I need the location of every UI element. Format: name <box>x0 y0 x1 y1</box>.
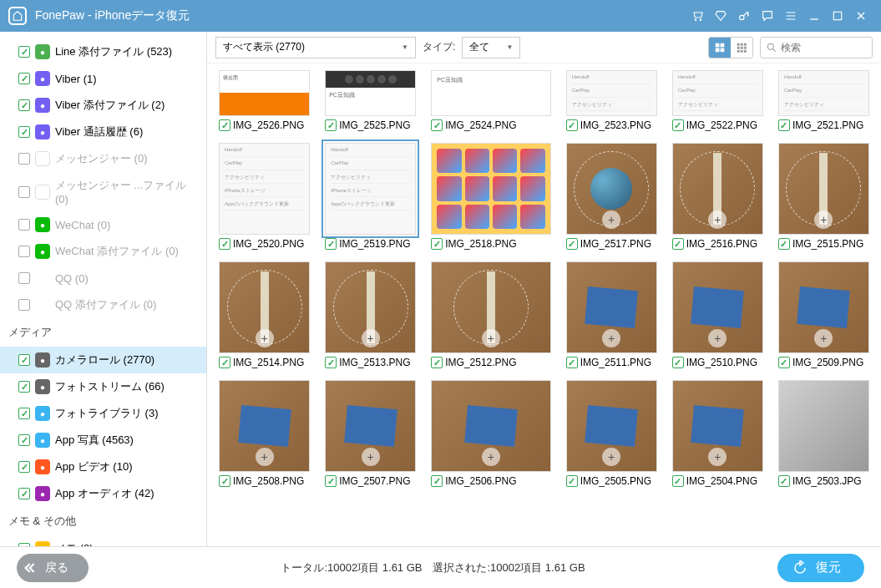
thumbnail-item[interactable]: +IMG_2515.PNG <box>778 143 869 250</box>
thumbnail-item[interactable]: +IMG_2504.PNG <box>672 380 763 487</box>
checkbox[interactable] <box>18 354 30 366</box>
filter-dropdown[interactable]: すべて表示 (2770) <box>215 37 416 58</box>
checkbox[interactable] <box>18 126 30 138</box>
checkbox[interactable] <box>672 475 684 487</box>
thumbnail-item[interactable]: HandoffCarPlayアクセシビリティiPhoneストレージAppのバック… <box>672 70 763 131</box>
thumbnail-image[interactable]: + <box>566 380 657 472</box>
thumbnail-item[interactable]: +IMG_2513.PNG <box>325 261 416 368</box>
thumbnail-item[interactable]: PC豆知識IMG_2525.PNG <box>325 70 416 131</box>
checkbox[interactable] <box>672 119 684 131</box>
thumbnail-item[interactable]: HandoffCarPlayアクセシビリティiPhoneストレージAppのバック… <box>778 70 869 131</box>
sidebar-item[interactable]: ●Viber (1) <box>0 65 206 92</box>
maximize-button[interactable] <box>826 4 849 28</box>
search-input[interactable] <box>781 42 867 53</box>
thumbnail-image[interactable]: + <box>431 380 550 472</box>
sidebar-item[interactable]: ●フォトライブラリ (3) <box>0 400 206 427</box>
checkbox[interactable] <box>18 434 30 446</box>
thumbnail-image[interactable]: + <box>672 380 763 472</box>
checkbox[interactable] <box>18 461 30 473</box>
checkbox[interactable] <box>431 238 443 250</box>
checkbox[interactable] <box>325 119 337 131</box>
diamond-icon[interactable] <box>709 4 732 28</box>
checkbox[interactable] <box>325 357 337 368</box>
thumbnail-item[interactable]: HandoffCarPlayアクセシビリティiPhoneストレージAppのバック… <box>325 143 416 250</box>
grid-large-button[interactable] <box>709 38 731 58</box>
thumbnail-item[interactable]: +IMG_2507.PNG <box>325 380 416 487</box>
sidebar-item[interactable]: ●App ビデオ (10) <box>0 454 206 480</box>
thumbnail-image[interactable]: HandoffCarPlayアクセシビリティiPhoneストレージAppのバック… <box>219 143 310 235</box>
checkbox[interactable] <box>431 357 443 368</box>
grid-small-button[interactable] <box>731 38 752 58</box>
checkbox[interactable] <box>18 73 30 84</box>
thumbnail-image[interactable]: + <box>431 261 550 353</box>
thumbnail-image[interactable]: HandoffCarPlayアクセシビリティiPhoneストレージAppのバック… <box>566 70 657 116</box>
checkbox[interactable] <box>18 99 30 111</box>
checkbox[interactable] <box>325 238 337 250</box>
thumbnail-item[interactable]: PC豆知識IMG_2524.PNG <box>431 70 550 131</box>
sidebar-item[interactable]: ●Viber 添付ファイル (2) <box>0 92 206 119</box>
checkbox[interactable] <box>566 238 578 250</box>
sidebar-item[interactable]: ●Viber 通話履歴 (6) <box>0 119 206 145</box>
checkbox[interactable] <box>672 238 684 250</box>
menu-icon[interactable] <box>779 4 803 28</box>
thumbnail-item[interactable]: +IMG_2509.PNG <box>778 261 869 368</box>
chat-icon[interactable] <box>756 4 779 28</box>
sidebar-item[interactable]: ●カメラロール (2770) <box>0 347 206 373</box>
thumbnail-item[interactable]: +IMG_2510.PNG <box>672 261 763 368</box>
sidebar-item[interactable]: ●Line 添付ファイル (523) <box>0 38 206 65</box>
thumbnail-item[interactable]: +IMG_2511.PNG <box>566 261 657 368</box>
thumbnail-item[interactable]: +IMG_2516.PNG <box>672 143 763 250</box>
checkbox[interactable] <box>18 381 30 393</box>
sidebar-item[interactable]: ●メモ (0) <box>0 535 206 546</box>
back-button[interactable]: 戻る <box>17 554 89 582</box>
sidebar[interactable]: ●Line 添付ファイル (523)●Viber (1)●Viber 添付ファイ… <box>0 32 207 546</box>
thumbnail-image[interactable]: + <box>672 143 763 235</box>
checkbox[interactable] <box>219 357 230 368</box>
sidebar-item[interactable]: ●App オーディオ (42) <box>0 480 206 507</box>
checkbox[interactable] <box>778 119 790 131</box>
thumbnail-image[interactable]: + <box>566 143 657 235</box>
checkbox[interactable] <box>219 238 230 250</box>
thumbnail-image[interactable] <box>431 143 550 235</box>
checkbox[interactable] <box>431 475 443 487</box>
checkbox[interactable] <box>18 408 30 419</box>
thumbnail-item[interactable]: +IMG_2512.PNG <box>431 261 550 368</box>
thumbnail-image[interactable]: + <box>778 261 869 353</box>
type-dropdown[interactable]: 全て <box>462 37 520 58</box>
sidebar-item[interactable]: ●App 写真 (4563) <box>0 427 206 454</box>
thumbnail-image[interactable]: + <box>778 143 869 235</box>
thumbnail-image[interactable]: + <box>219 261 310 353</box>
thumbnail-image[interactable]: HandoffCarPlayアクセシビリティiPhoneストレージAppのバック… <box>672 70 763 116</box>
thumbnail-grid-area[interactable]: 構造面IMG_2526.PNGPC豆知識IMG_2525.PNGPC豆知識IMG… <box>207 63 881 546</box>
thumbnail-item[interactable]: +IMG_2517.PNG <box>566 143 657 250</box>
thumbnail-image[interactable]: + <box>325 261 416 353</box>
thumbnail-image[interactable]: + <box>325 380 416 472</box>
checkbox[interactable] <box>566 119 578 131</box>
cart-icon[interactable] <box>686 4 709 28</box>
checkbox[interactable] <box>219 119 230 131</box>
checkbox[interactable] <box>778 475 790 487</box>
close-button[interactable] <box>849 4 873 28</box>
checkbox[interactable] <box>778 357 790 368</box>
checkbox[interactable] <box>566 357 578 368</box>
checkbox[interactable] <box>18 46 30 58</box>
checkbox[interactable] <box>18 488 30 499</box>
thumbnail-image[interactable]: 構造面 <box>219 70 310 116</box>
restore-button[interactable]: 復元 <box>777 554 864 582</box>
thumbnail-item[interactable]: HandoffCarPlayアクセシビリティiPhoneストレージAppのバック… <box>566 70 657 131</box>
checkbox[interactable] <box>18 543 30 546</box>
thumbnail-image[interactable]: + <box>219 380 310 472</box>
thumbnail-image[interactable]: + <box>566 261 657 353</box>
checkbox[interactable] <box>219 475 230 487</box>
thumbnail-image[interactable]: HandoffCarPlayアクセシビリティiPhoneストレージAppのバック… <box>325 143 416 235</box>
thumbnail-item[interactable]: 構造面IMG_2526.PNG <box>219 70 310 131</box>
checkbox[interactable] <box>325 475 337 487</box>
checkbox[interactable] <box>431 119 443 131</box>
thumbnail-item[interactable]: +IMG_2514.PNG <box>219 261 310 368</box>
thumbnail-item[interactable]: HandoffCarPlayアクセシビリティiPhoneストレージAppのバック… <box>219 143 310 250</box>
thumbnail-item[interactable]: IMG_2518.PNG <box>431 143 550 250</box>
thumbnail-image[interactable]: PC豆知識 <box>431 70 550 116</box>
thumbnail-item[interactable]: IMG_2503.JPG <box>778 380 869 487</box>
thumbnail-item[interactable]: +IMG_2505.PNG <box>566 380 657 487</box>
key-icon[interactable] <box>732 4 756 28</box>
